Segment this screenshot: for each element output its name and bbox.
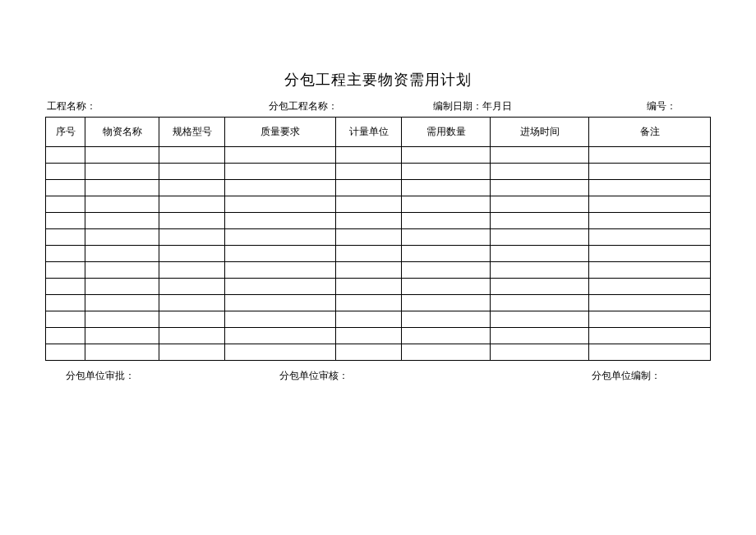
header-seq: 序号 bbox=[46, 118, 85, 147]
table-row bbox=[46, 229, 711, 246]
compile-date-label: 编制日期：年月日 bbox=[433, 99, 647, 113]
table-row bbox=[46, 196, 711, 213]
sub-project-name-label: 分包工程名称： bbox=[269, 99, 433, 113]
meta-row: 工程名称： 分包工程名称： 编制日期：年月日 编号： bbox=[45, 99, 711, 113]
header-qty: 需用数量 bbox=[402, 118, 491, 147]
table-header-row: 序号 物资名称 规格型号 质量要求 计量单位 需用数量 进场时间 备注 bbox=[46, 118, 711, 147]
table-row bbox=[46, 147, 711, 164]
table-row bbox=[46, 262, 711, 279]
page-title: 分包工程主要物资需用计划 bbox=[45, 70, 711, 90]
table-row bbox=[46, 279, 711, 295]
compile-label: 分包单位编制： bbox=[592, 369, 690, 383]
number-label: 编号： bbox=[647, 99, 709, 113]
document-page: 分包工程主要物资需用计划 工程名称： 分包工程名称： 编制日期：年月日 编号： … bbox=[0, 0, 756, 383]
approve-label: 分包单位审批： bbox=[66, 369, 279, 383]
header-spec: 规格型号 bbox=[159, 118, 225, 147]
header-unit: 计量单位 bbox=[336, 118, 402, 147]
header-remark: 备注 bbox=[589, 118, 711, 147]
table-row bbox=[46, 246, 711, 262]
project-name-label: 工程名称： bbox=[47, 99, 269, 113]
table-row bbox=[46, 164, 711, 180]
header-quality: 质量要求 bbox=[225, 118, 336, 147]
header-time: 进场时间 bbox=[491, 118, 589, 147]
table-row bbox=[46, 213, 711, 229]
table-row bbox=[46, 344, 711, 361]
table-row bbox=[46, 311, 711, 328]
footer-row: 分包单位审批： 分包单位审核： 分包单位编制： bbox=[45, 369, 711, 383]
table-body bbox=[46, 147, 711, 361]
table-row bbox=[46, 295, 711, 311]
materials-table: 序号 物资名称 规格型号 质量要求 计量单位 需用数量 进场时间 备注 bbox=[45, 117, 711, 361]
header-name: 物资名称 bbox=[85, 118, 159, 147]
table-row bbox=[46, 180, 711, 196]
review-label: 分包单位审核： bbox=[279, 369, 592, 383]
table-row bbox=[46, 328, 711, 344]
